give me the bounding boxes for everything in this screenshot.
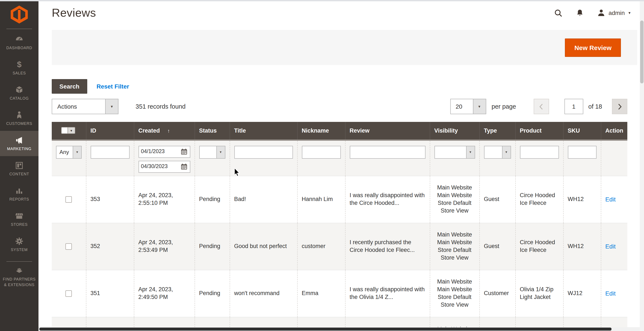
sidebar-divider [6, 261, 32, 262]
id-filter-input[interactable] [90, 146, 129, 158]
select-all-dropdown[interactable]: ▼ [61, 127, 76, 134]
edit-link[interactable]: Edit [605, 196, 616, 202]
title-filter-input[interactable] [234, 146, 293, 158]
sku-filter-input[interactable] [568, 146, 596, 158]
sidebar-item-label: Sales [11, 70, 27, 76]
date-from-field[interactable]: 04/1/2023 [138, 146, 190, 158]
previous-page-button[interactable] [534, 99, 549, 114]
content-layout-icon [14, 161, 24, 170]
cell-product: Circe Hooded Ice Fleece [515, 223, 563, 270]
partners-extension-icon [14, 266, 24, 276]
date-from-value: 04/1/2023 [141, 148, 180, 155]
column-header-nickname[interactable]: Nickname [297, 122, 345, 140]
reset-filter-link[interactable]: Reset Filter [96, 83, 129, 90]
sales-dollar-icon: $ [14, 60, 24, 69]
edit-link[interactable]: Edit [605, 290, 616, 296]
row-checkbox[interactable] [66, 290, 72, 296]
current-page-input[interactable] [564, 99, 583, 114]
vertical-scrollbar-thumb[interactable] [640, 20, 644, 84]
cell-review: I was really disappointed with the Circe… [345, 176, 430, 223]
horizontal-scrollbar[interactable] [38, 327, 640, 331]
column-header-title[interactable]: Title [230, 122, 297, 140]
filter-type-cell: ▼ [479, 140, 515, 176]
cell-review: I was really disappointed with the Olivi… [345, 270, 430, 317]
sidebar-item-reports[interactable]: Reports [0, 181, 38, 206]
sidebar-item-customers[interactable]: Customers [0, 106, 38, 131]
cell-visibility: Main Website Main Website Store Default … [430, 270, 479, 317]
filter-review-cell [345, 140, 430, 176]
chevron-down-icon: ▼ [73, 146, 81, 158]
column-header-sku[interactable]: SKU [563, 122, 601, 140]
cell-created: Apr 24, 2023, 2:49:50 PM [134, 270, 194, 317]
sidebar-item-catalog[interactable]: Catalog [0, 80, 38, 106]
column-header-product[interactable]: Product [515, 122, 563, 140]
sidebar-item-find-partners[interactable]: Find Partners & Extensions [0, 262, 38, 291]
marketing-megaphone-icon [14, 136, 24, 145]
magento-logo-icon[interactable] [10, 5, 29, 24]
row-checkbox[interactable] [66, 243, 72, 250]
sidebar-item-system[interactable]: System [0, 232, 38, 257]
status-filter-select[interactable]: ▼ [199, 146, 225, 158]
sidebar-item-stores[interactable]: Stores [0, 206, 38, 232]
cell-product: Olivia 1/4 Zip Light Jacket [515, 270, 563, 317]
next-page-button[interactable] [612, 99, 627, 114]
chevron-right-icon [617, 103, 622, 110]
new-review-button[interactable]: New Review [565, 38, 621, 57]
actions-select-value: Actions [52, 99, 105, 114]
product-filter-input[interactable] [520, 146, 559, 158]
table-row: 352 Apr 24, 2023, 2:53:49 PM Pending Goo… [52, 223, 627, 270]
mass-select-filter[interactable]: Any ▼ [56, 146, 82, 158]
cell-title: won't recommand [230, 270, 297, 317]
actions-select[interactable]: Actions ▼ [52, 99, 118, 114]
notifications-button[interactable] [576, 8, 584, 17]
edit-link[interactable]: Edit [605, 243, 616, 250]
grid-controls-row: Actions ▼ 351 records found 20 ▼ per pag… [52, 99, 627, 114]
sidebar-item-label: Content [8, 172, 30, 176]
total-pages-label: of 18 [588, 103, 602, 110]
cell-id: 353 [86, 176, 134, 223]
sidebar-item-label: System [10, 247, 29, 252]
visibility-filter-select[interactable]: ▼ [434, 146, 475, 158]
column-header-action[interactable]: Action [601, 122, 627, 140]
cell-status: Pending [194, 270, 230, 317]
admin-user-menu[interactable]: admin ▼ [597, 8, 631, 17]
sidebar-item-sales[interactable]: $ Sales [0, 55, 38, 80]
records-found-text: 351 records found [136, 103, 186, 110]
row-checkbox[interactable] [66, 196, 72, 202]
column-header-created[interactable]: Created ↑ [134, 122, 194, 140]
date-to-field[interactable]: 04/30/2023 [138, 160, 190, 172]
sidebar-item-label: Customers [5, 121, 34, 126]
calendar-icon[interactable] [180, 148, 188, 155]
column-header-type[interactable]: Type [479, 122, 515, 140]
select-all-checkbox[interactable] [61, 127, 68, 134]
column-header-visibility[interactable]: Visibility [430, 122, 479, 140]
admin-sidebar: Dashboard $ Sales Catalog Customers Mark… [0, 0, 38, 331]
type-filter-select[interactable]: ▼ [484, 146, 511, 158]
vertical-scrollbar[interactable] [640, 0, 644, 331]
global-search-button[interactable] [554, 8, 563, 17]
sidebar-item-content[interactable]: Content [0, 156, 38, 181]
column-header-status[interactable]: Status [194, 122, 230, 140]
filter-id-cell [86, 140, 134, 176]
search-button[interactable]: Search [52, 79, 87, 94]
calendar-icon[interactable] [180, 163, 188, 170]
chevron-down-icon: ▼ [68, 127, 75, 134]
select-all-header[interactable]: ▼ [52, 122, 86, 140]
sidebar-item-dashboard[interactable]: Dashboard [0, 30, 38, 55]
horizontal-scrollbar-thumb[interactable] [39, 328, 612, 330]
column-header-id[interactable]: ID [86, 122, 134, 140]
page-header: Reviews [38, 0, 644, 26]
cell-sku: WJ12 [563, 270, 601, 317]
sidebar-item-marketing[interactable]: Marketing [0, 131, 38, 156]
sidebar-item-label: Find Partners & Extensions [0, 277, 38, 288]
per-page-select[interactable]: 20 ▼ [450, 99, 486, 114]
column-header-label: Created [138, 128, 160, 134]
review-filter-input[interactable] [350, 146, 425, 158]
chevron-down-icon: ▼ [105, 99, 118, 114]
chevron-down-icon: ▼ [466, 146, 474, 158]
sort-ascending-icon: ↑ [168, 128, 170, 134]
nickname-filter-input[interactable] [302, 146, 340, 158]
column-header-review[interactable]: Review [345, 122, 430, 140]
reviews-grid: ▼ ID Created ↑ Status Title Nickname Rev… [52, 122, 644, 331]
chevron-down-icon: ▼ [628, 11, 631, 15]
